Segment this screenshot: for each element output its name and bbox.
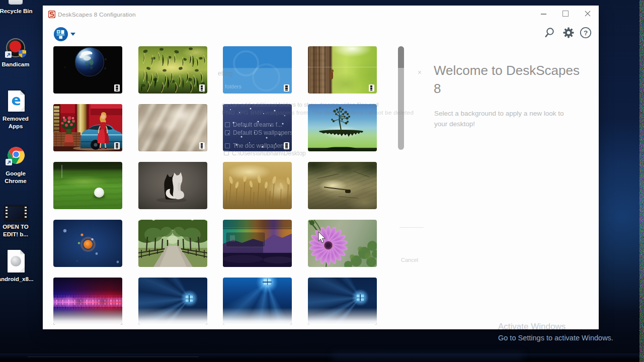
svg-text:?: ? [584, 29, 588, 37]
